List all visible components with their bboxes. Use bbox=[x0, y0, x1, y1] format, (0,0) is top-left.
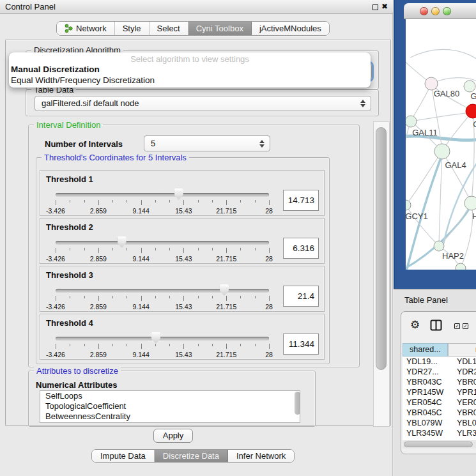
table-row[interactable]: YBR043CYBR0 bbox=[403, 377, 476, 387]
dropdown-prompt-item[interactable]: Select algorithm to view settings bbox=[9, 54, 371, 64]
gear-icon[interactable]: ⚙ bbox=[410, 319, 420, 330]
network-node[interactable] bbox=[406, 200, 411, 210]
slider-thumb[interactable] bbox=[174, 188, 183, 200]
table-row[interactable]: YLR345WYLR3 bbox=[403, 428, 476, 438]
threshold-label: Threshold 1 bbox=[46, 174, 93, 184]
tab-impute-data[interactable]: Impute Data bbox=[92, 450, 155, 462]
slider-thumb[interactable] bbox=[220, 284, 229, 296]
table-hscrollbar-thumb[interactable] bbox=[404, 441, 473, 447]
tab-infer-network[interactable]: Infer Network bbox=[228, 450, 294, 462]
tab-select[interactable]: Select bbox=[150, 22, 188, 35]
spinner-stepper-icon[interactable] bbox=[259, 140, 265, 148]
columns-icon[interactable] bbox=[430, 319, 442, 331]
threshold-value-input[interactable]: 6.316 bbox=[283, 238, 319, 259]
table-hscrollbar-track[interactable] bbox=[403, 440, 476, 449]
attribute-list-item[interactable]: BetweennessCentrality bbox=[40, 411, 300, 422]
slider-track[interactable] bbox=[56, 193, 269, 197]
float-window-icon[interactable] bbox=[372, 4, 378, 10]
panel-scrollbar-track[interactable] bbox=[373, 121, 390, 427]
table-row[interactable]: YER054CYER0 bbox=[403, 397, 476, 408]
select-none-checkbox-icon[interactable]: ✓ bbox=[463, 323, 468, 329]
table-row[interactable]: YBR045CYBR0 bbox=[403, 408, 476, 418]
panel-scrollbar-thumb[interactable] bbox=[376, 127, 387, 370]
slider-thumb[interactable] bbox=[118, 236, 127, 248]
tick-label: 2.859 bbox=[90, 255, 107, 263]
network-node[interactable] bbox=[434, 241, 444, 251]
network-node[interactable] bbox=[434, 144, 450, 159]
combo-stepper-icon[interactable] bbox=[360, 100, 366, 107]
group-title: Interval Definition bbox=[34, 120, 103, 130]
algorithm-dropdown-popup: Select algorithm to view settings Manual… bbox=[9, 52, 371, 88]
panel-title: Control Panel bbox=[5, 2, 56, 12]
network-node[interactable] bbox=[425, 77, 438, 90]
tab-label: jActiveMNodules bbox=[259, 24, 321, 33]
table-cell: YLR345W bbox=[403, 428, 452, 438]
tab-jactivemnodules[interactable]: jActiveMNodules bbox=[252, 22, 329, 35]
table-cell: YDR27... bbox=[403, 367, 452, 377]
slider-track[interactable] bbox=[56, 241, 269, 245]
network-window-background: GAL80GACGAL11GAL4GCY1HHAP2 bbox=[394, 0, 476, 289]
attributes-list-scrollbar[interactable] bbox=[295, 392, 300, 415]
tick-label: 28 bbox=[265, 303, 273, 311]
tick-label: 28 bbox=[265, 207, 273, 215]
threshold-slider[interactable]: -3.4262.8599.14415.4321.71528 bbox=[56, 286, 269, 311]
column-header-shared[interactable]: shared... bbox=[403, 343, 448, 357]
tab-style[interactable]: Style bbox=[115, 22, 150, 35]
minimize-traffic-light-icon[interactable] bbox=[431, 7, 440, 15]
table-cell: YDL19... bbox=[403, 357, 452, 367]
slider-thumb[interactable] bbox=[151, 332, 160, 344]
top-tab-bar: Network Style Select Cyni Toolbox jActiv… bbox=[56, 21, 330, 36]
table-cell: YBR045C bbox=[403, 408, 452, 418]
threshold-slider[interactable]: -3.4262.8599.14415.4321.71528 bbox=[56, 334, 269, 359]
slider-ticks bbox=[56, 344, 269, 349]
threshold-value-input[interactable]: 21.4 bbox=[283, 286, 319, 307]
tab-discretize-data[interactable]: Discretize Data bbox=[155, 450, 228, 462]
network-node[interactable] bbox=[456, 263, 466, 270]
attribute-list-item[interactable]: SelfLoops bbox=[40, 391, 300, 401]
threshold-value-input[interactable]: 14.713 bbox=[283, 190, 319, 211]
column-header-name[interactable]: n bbox=[448, 343, 476, 357]
threshold-label: Threshold 3 bbox=[46, 270, 93, 280]
threshold-slider[interactable]: -3.4262.8599.14415.4321.71528 bbox=[56, 238, 269, 263]
network-node[interactable] bbox=[406, 116, 417, 127]
tab-network[interactable]: Network bbox=[57, 22, 115, 35]
node-label: GAL4 bbox=[445, 160, 466, 170]
dropdown-option-equal-width[interactable]: Equal Width/Frequency Discretization bbox=[9, 75, 371, 86]
select-all-checkbox-icon[interactable]: ✓ bbox=[454, 323, 460, 329]
zoom-traffic-light-icon[interactable] bbox=[443, 7, 451, 15]
table-row[interactable]: YPR145WYPR1 bbox=[403, 387, 476, 397]
close-icon[interactable]: ✖ bbox=[381, 2, 388, 11]
table-body: YDL19...YDL1YDR27...YDR2YBR043CYBR0YPR14… bbox=[403, 357, 476, 441]
table-toolbar: ⚙ ✓ ✓ bbox=[401, 312, 476, 341]
table-cell: YBL079W bbox=[403, 418, 452, 428]
tab-cyni-toolbox[interactable]: Cyni Toolbox bbox=[188, 22, 252, 35]
node-label: GA bbox=[471, 91, 476, 101]
slider-track[interactable] bbox=[56, 337, 269, 341]
slider-track[interactable] bbox=[56, 289, 269, 293]
threshold-slider[interactable]: -3.4262.8599.14415.4321.71528 bbox=[56, 190, 269, 215]
network-window-titlebar[interactable] bbox=[404, 3, 476, 19]
numerical-attributes-list[interactable]: SelfLoopsTopologicalCoefficientBetweenne… bbox=[40, 390, 300, 423]
close-traffic-light-icon[interactable] bbox=[420, 7, 428, 15]
apply-button[interactable]: Apply bbox=[153, 429, 193, 443]
number-of-intervals-label: Number of Intervals bbox=[45, 139, 123, 149]
table-row[interactable]: YBL079WYBL0 bbox=[403, 418, 476, 428]
tab-label: Infer Network bbox=[236, 451, 286, 461]
network-canvas[interactable]: GAL80GACGAL11GAL4GCY1HHAP2 bbox=[406, 19, 476, 270]
table-cell: YPR145W bbox=[403, 387, 452, 397]
number-of-intervals-spinner[interactable]: 5 bbox=[144, 135, 270, 151]
table-row[interactable]: YDL19...YDL1 bbox=[403, 357, 476, 367]
threshold-value-input[interactable]: 11.344 bbox=[283, 334, 319, 355]
slider-tick-labels: -3.4262.8599.14415.4321.71528 bbox=[56, 255, 269, 263]
table-row[interactable]: YDR27...YDR2 bbox=[403, 367, 476, 377]
network-node[interactable] bbox=[464, 196, 476, 210]
tick-label: 9.144 bbox=[132, 255, 149, 263]
table-data-combobox[interactable]: galFiltered.sif default node bbox=[35, 96, 371, 111]
attribute-list-item[interactable]: TopologicalCoefficient bbox=[40, 401, 300, 411]
network-node[interactable] bbox=[464, 81, 475, 92]
tick-label: -3.426 bbox=[46, 351, 65, 358]
network-node[interactable] bbox=[466, 104, 476, 118]
slider-tick-labels: -3.4262.8599.14415.4321.71528 bbox=[56, 207, 269, 215]
tick-label: 21.715 bbox=[216, 207, 236, 215]
dropdown-option-manual[interactable]: Manual Discretization bbox=[9, 64, 371, 75]
